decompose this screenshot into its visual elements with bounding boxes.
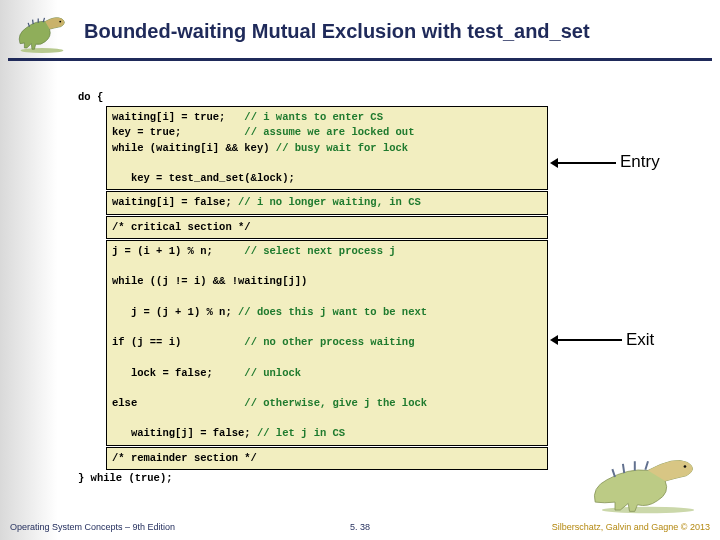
footer-copyright: Silberschatz, Galvin and Gagne © 2013	[552, 522, 710, 532]
code-do-line: do {	[78, 90, 548, 105]
critical-section-box: /* critical section */	[106, 216, 548, 239]
code-while-line: } while (true);	[78, 471, 548, 486]
slide-title: Bounded-waiting Mutual Exclusion with te…	[84, 20, 590, 43]
entry-section-box: waiting[i] = true; // i wants to enter C…	[106, 106, 548, 190]
slide-header: Bounded-waiting Mutual Exclusion with te…	[0, 0, 720, 56]
title-divider	[8, 58, 712, 61]
critical-section-code: /* critical section */	[112, 220, 542, 235]
svg-point-3	[684, 465, 687, 468]
entry-arrow-icon	[552, 162, 616, 164]
entry-label: Entry	[620, 152, 660, 172]
code-area: do { waiting[i] = true; // i wants to en…	[78, 90, 548, 486]
exit-code: j = (i + 1) % n; // select next process …	[112, 244, 542, 442]
exit-label: Exit	[626, 330, 654, 350]
dino-right-icon	[588, 448, 708, 514]
post-entry-code: waiting[i] = false; // i no longer waiti…	[112, 195, 542, 210]
exit-section-box: j = (i + 1) % n; // select next process …	[106, 240, 548, 446]
remainder-code: /* remainder section */	[112, 451, 542, 466]
dino-left-icon	[10, 9, 74, 53]
remainder-section-box: /* remainder section */	[106, 447, 548, 470]
exit-arrow-icon	[552, 339, 622, 341]
svg-point-1	[59, 21, 61, 23]
post-entry-box: waiting[i] = false; // i no longer waiti…	[106, 191, 548, 214]
entry-code: waiting[i] = true; // i wants to enter C…	[112, 110, 542, 186]
footer-page-number: 5. 38	[350, 522, 370, 532]
svg-point-0	[21, 48, 64, 53]
footer-left: Operating System Concepts – 9th Edition	[10, 522, 175, 532]
slide-footer: Operating System Concepts – 9th Edition …	[0, 522, 720, 532]
